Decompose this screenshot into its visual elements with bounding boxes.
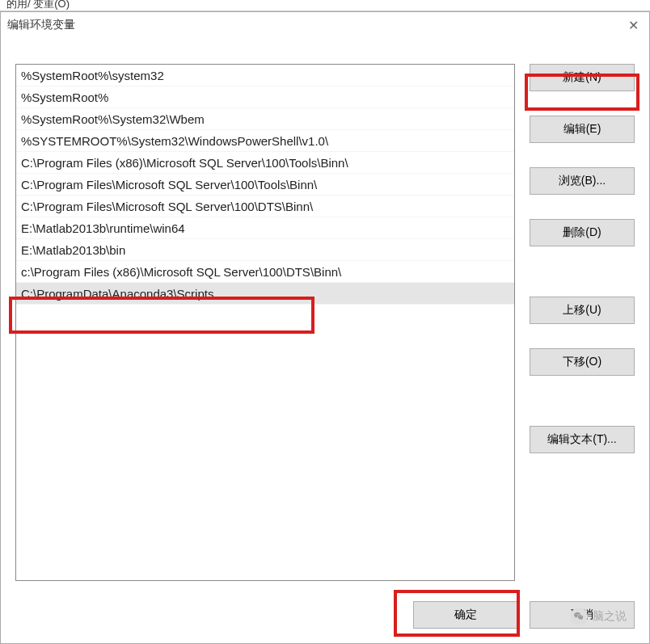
list-item[interactable]: %SYSTEMROOT%\System32\WindowsPowerShell\… bbox=[16, 130, 514, 152]
edit-text-button[interactable]: 编辑文本(T)... bbox=[530, 426, 635, 453]
list-item[interactable]: C:\Program Files (x86)\Microsoft SQL Ser… bbox=[16, 152, 514, 174]
new-button[interactable]: 新建(N) bbox=[530, 64, 635, 91]
dialog-bottom-buttons: 确定 取消 bbox=[413, 601, 635, 629]
list-item[interactable]: %SystemRoot%\System32\Wbem bbox=[16, 108, 514, 130]
browse-button[interactable]: 浏览(B)... bbox=[530, 167, 635, 195]
list-item[interactable]: %SystemRoot%\system32 bbox=[16, 65, 514, 86]
close-icon[interactable]: ✕ bbox=[622, 15, 644, 35]
content-area: %SystemRoot%\system32%SystemRoot%%System… bbox=[1, 48, 649, 643]
path-list[interactable]: %SystemRoot%\system32%SystemRoot%%System… bbox=[15, 64, 515, 581]
edit-env-var-dialog: 编辑环境变量 ✕ %SystemRoot%\system32%SystemRoo… bbox=[0, 11, 650, 644]
edit-button[interactable]: 编辑(E) bbox=[530, 116, 635, 143]
list-item[interactable]: %SystemRoot% bbox=[16, 86, 514, 108]
list-item[interactable]: E:\Matlab2013b\bin bbox=[16, 239, 514, 261]
list-item[interactable]: c:\Program Files (x86)\Microsoft SQL Ser… bbox=[16, 261, 514, 283]
list-item[interactable]: C:\ProgramData\Anaconda3\Scripts bbox=[16, 283, 514, 305]
cancel-button[interactable]: 取消 bbox=[530, 601, 635, 629]
move-up-button[interactable]: 上移(U) bbox=[530, 297, 635, 324]
parent-window-fragment: 的用/ 变重(O) bbox=[0, 0, 650, 11]
title-bar: 编辑环境变量 ✕ bbox=[1, 12, 649, 38]
list-item[interactable]: E:\Matlab2013b\runtime\win64 bbox=[16, 217, 514, 239]
move-down-button[interactable]: 下移(O) bbox=[530, 348, 635, 376]
list-item[interactable]: C:\Program Files\Microsoft SQL Server\10… bbox=[16, 196, 514, 217]
dialog-title: 编辑环境变量 bbox=[7, 18, 75, 32]
list-item[interactable]: C:\Program Files\Microsoft SQL Server\10… bbox=[16, 174, 514, 196]
button-column: 新建(N) 编辑(E) 浏览(B)... 删除(D) 上移(U) 下移(O) 编… bbox=[530, 64, 635, 581]
delete-button[interactable]: 删除(D) bbox=[530, 219, 635, 246]
ok-button[interactable]: 确定 bbox=[413, 601, 518, 629]
